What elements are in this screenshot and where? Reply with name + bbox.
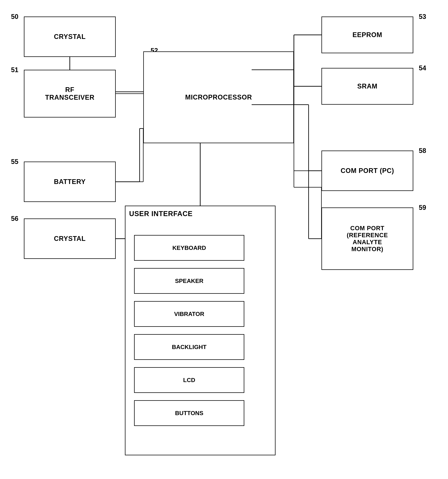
com-port-pc-block: COM PORT (PC): [321, 151, 413, 191]
keyboard-label: KEYBOARD: [172, 245, 206, 251]
ref-59: 59: [419, 204, 426, 212]
buttons-block: BUTTONS: [134, 400, 244, 426]
ref-54: 54: [419, 64, 426, 72]
rf-transceiver-block: RF TRANSCEIVER: [24, 70, 116, 118]
eeprom-label: EEPROM: [353, 31, 382, 39]
sram-block: SRAM: [321, 68, 413, 105]
backlight-label: BACKLIGHT: [172, 344, 206, 351]
ref-51: 51: [11, 66, 18, 74]
buttons-label: BUTTONS: [175, 410, 203, 417]
speaker-block: SPEAKER: [134, 268, 244, 294]
sram-label: SRAM: [357, 82, 377, 90]
com-port-ref-label: COM PORT (REFERENCE ANALYTE MONITOR): [347, 225, 388, 253]
microprocessor-label: MICROPROCESSOR: [185, 93, 252, 101]
microprocessor-block: MICROPROCESSOR: [143, 51, 294, 143]
ref-56: 56: [11, 215, 18, 223]
diagram-container: { "blocks": { "crystal_top": { "label": …: [0, 0, 448, 479]
backlight-block: BACKLIGHT: [134, 334, 244, 360]
com-port-ref-block: COM PORT (REFERENCE ANALYTE MONITOR): [321, 207, 413, 270]
crystal-bottom-label: CRYSTAL: [54, 235, 86, 243]
crystal-top-block: CRYSTAL: [24, 17, 116, 57]
com-port-pc-label: COM PORT (PC): [341, 167, 394, 175]
lcd-label: LCD: [183, 377, 195, 384]
ref-50: 50: [11, 13, 18, 20]
ref-53: 53: [419, 13, 426, 20]
eeprom-block: EEPROM: [321, 17, 413, 53]
ref-55: 55: [11, 158, 18, 166]
vibrator-label: VIBRATOR: [174, 311, 204, 317]
crystal-top-label: CRYSTAL: [54, 33, 86, 40]
lcd-block: LCD: [134, 367, 244, 393]
user-interface-label: USER INTERFACE: [129, 210, 192, 218]
crystal-bottom-block: CRYSTAL: [24, 219, 116, 259]
speaker-label: SPEAKER: [175, 278, 204, 284]
battery-label: BATTERY: [54, 178, 86, 186]
keyboard-block: KEYBOARD: [134, 235, 244, 261]
battery-block: BATTERY: [24, 162, 116, 202]
vibrator-block: VIBRATOR: [134, 301, 244, 327]
ref-58: 58: [419, 147, 426, 155]
rf-transceiver-label: RF TRANSCEIVER: [45, 86, 95, 101]
